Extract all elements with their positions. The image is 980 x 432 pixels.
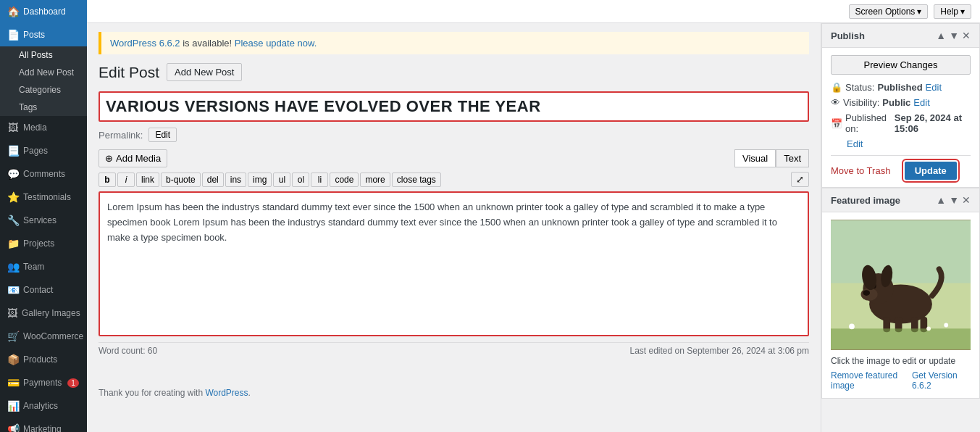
wordpress-version-link[interactable]: WordPress 6.6.2 [110,38,180,49]
status-row: 🔒 Status: Published Edit [831,82,971,93]
sidebar-item-projects[interactable]: 📁 Projects [0,232,87,255]
last-edited: Last edited on September 26, 2024 at 3:0… [629,346,809,356]
sidebar-item-label: Comments [23,169,65,179]
wordpress-footer-link[interactable]: WordPress [205,388,248,398]
gallery-icon: 🖼 [7,307,17,319]
publish-panel-collapse-up[interactable]: ▲ [936,30,946,41]
text-tab[interactable]: Text [776,149,809,167]
add-media-button[interactable]: ⊕ Add Media [99,149,167,167]
get-version-link[interactable]: Get Version 6.6.2 [912,370,971,391]
team-icon: 👥 [7,261,19,273]
expand-editor-button[interactable]: ⤢ [791,172,809,187]
publish-panel-close[interactable]: ✕ [962,30,971,41]
sidebar-item-contact[interactable]: 📧 Contact [0,278,87,302]
products-icon: 📦 [7,354,19,365]
sidebar-item-label: Analytics [23,401,58,411]
marketing-icon: 📢 [7,423,19,432]
editor-body[interactable]: Lorem Ipsum has been the industrys stand… [99,191,809,336]
sidebar-item-woocommerce[interactable]: 🛒 WooCommerce [0,325,87,348]
screen-options-button[interactable]: Screen Options ▾ [849,4,929,19]
close-tags-button[interactable]: close tags [392,173,441,187]
sidebar-item-label: Team [23,262,44,272]
featured-image-controls: ▲ ▼ ✕ [936,194,971,206]
help-button[interactable]: Help ▾ [934,4,971,19]
sidebar-item-all-posts[interactable]: All Posts [0,46,87,64]
editor-section: WordPress 6.6.2 is available! Please upd… [87,23,821,432]
bold-button[interactable]: b [99,173,116,187]
sidebar-item-posts[interactable]: 📄 Posts [0,23,87,46]
sidebar-item-tags[interactable]: Tags [0,99,87,116]
sidebar-item-services[interactable]: 🔧 Services [0,209,87,232]
permalink-row: Permalink: Edit [99,128,809,142]
sidebar-item-add-new[interactable]: Add New Post [0,64,87,81]
sidebar-item-media[interactable]: 🖼 Media [0,116,87,139]
sidebar-item-team[interactable]: 👥 Team [0,255,87,278]
featured-image-collapse-up[interactable]: ▲ [936,194,946,206]
move-to-trash-link[interactable]: Move to Trash [831,165,890,176]
permalink-edit-button[interactable]: Edit [148,128,177,142]
content-area: WordPress 6.6.2 is available! Please upd… [87,23,980,432]
li-button[interactable]: li [311,173,328,187]
notice-message: is available! [183,38,235,49]
payments-badge: 1 [67,378,79,388]
italic-button[interactable]: i [117,173,135,187]
bquote-button[interactable]: b-quote [161,173,201,187]
ul-button[interactable]: ul [273,173,290,187]
featured-image-close[interactable]: ✕ [962,194,971,206]
published-edit-link[interactable]: Edit [847,138,863,149]
preview-changes-button[interactable]: Preview Changes [831,55,971,75]
sidebar-item-analytics[interactable]: 📊 Analytics [0,394,87,418]
sidebar-item-dashboard[interactable]: 🏠 Dashboard [0,0,87,23]
visibility-icon: 👁 [831,97,840,108]
update-button[interactable]: Update [905,162,957,180]
sidebar-item-pages[interactable]: 📃 Pages [0,139,87,162]
media-icon: 🖼 [7,122,19,133]
sidebar-item-label: Posts [23,30,45,40]
sidebar-item-payments[interactable]: 💳 Payments 1 [0,371,87,394]
post-title-input[interactable] [99,91,809,122]
img-button[interactable]: img [248,173,272,187]
featured-image-body: Click the image to edit or update Remove… [822,212,979,398]
dog-image-svg [831,220,971,350]
publish-actions-row: Move to Trash Update [831,162,971,180]
sidebar-item-label: Services [23,215,56,225]
analytics-icon: 📊 [7,400,19,412]
add-new-post-button[interactable]: Add New Post [167,63,242,81]
publish-panel-body: Preview Changes 🔒 Status: Published Edit… [822,48,979,187]
sidebar-item-testimonials[interactable]: ⭐ Testimonials [0,186,87,209]
update-now-link[interactable]: Please update now. [235,38,317,49]
remove-featured-image-link[interactable]: Remove featured image [831,370,912,391]
code-button[interactable]: code [330,173,359,187]
edit-post-header: Edit Post Add New Post [99,63,809,81]
del-button[interactable]: del [202,173,224,187]
featured-image-panel-header: Featured image ▲ ▼ ✕ [822,188,979,212]
add-media-label: Add Media [116,153,161,164]
featured-image-title: Featured image [831,195,900,206]
publish-divider [831,155,971,156]
formatting-toolbar: b i link b-quote del ins img ul ol li co… [99,172,809,187]
ins-button[interactable]: ins [225,173,246,187]
sidebar-item-comments[interactable]: 💬 Comments [0,162,87,186]
pages-icon: 📃 [7,145,19,157]
sidebar-item-products[interactable]: 📦 Products [0,348,87,371]
visibility-edit-link[interactable]: Edit [913,97,929,108]
sidebar: 🏠 Dashboard 📄 Posts All Posts Add New Po… [0,0,87,432]
page-footer: Thank you for creating with WordPress. [99,388,809,398]
link-button[interactable]: link [136,173,159,187]
sidebar-item-label: Tags [19,102,37,112]
more-button[interactable]: more [360,173,390,187]
sidebar-item-label: Projects [23,238,54,249]
publish-panel-collapse-down[interactable]: ▼ [949,30,959,41]
ol-button[interactable]: ol [292,173,309,187]
update-notice: WordPress 6.6.2 is available! Please upd… [99,32,809,54]
visual-tab[interactable]: Visual [734,149,776,167]
sidebar-item-gallery-images[interactable]: 🖼 Gallery Images [0,302,87,325]
visibility-label: Visibility: [843,97,879,108]
featured-image-collapse-down[interactable]: ▼ [949,194,959,206]
screen-options-label: Screen Options [855,7,916,17]
sidebar-item-marketing[interactable]: 📢 Marketing [0,418,87,432]
featured-image-thumbnail[interactable] [831,220,971,350]
sidebar-item-label: Dashboard [23,7,66,17]
status-edit-link[interactable]: Edit [926,82,942,93]
sidebar-item-categories[interactable]: Categories [0,81,87,99]
